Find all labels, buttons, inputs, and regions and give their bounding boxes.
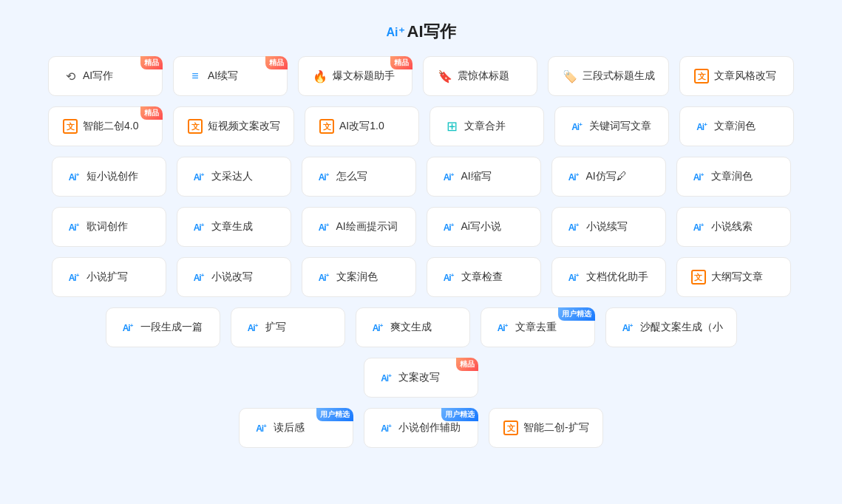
card-article-merge[interactable]: ⊞文章合并 xyxy=(430,106,544,146)
icon-sha-li-copy: Ai+ xyxy=(619,319,636,336)
label-wen-cai: 文采达人 xyxy=(211,170,253,183)
card-short-novel[interactable]: Ai+短小说创作 xyxy=(52,157,166,197)
icon-article-polish2: Ai+ xyxy=(690,168,707,185)
icon-novel-expand: Ai+ xyxy=(66,269,82,285)
icon-one-paragraph: Ai+ xyxy=(120,319,136,336)
grid-row-5: Ai+一段生成一篇Ai+扩写Ai+爽文生成用户精选Ai+文章去重Ai+沙醍文案生… xyxy=(44,307,798,398)
label-article-merge: 文章合并 xyxy=(464,120,506,133)
icon-copy-rewrite: Ai+ xyxy=(378,370,394,386)
card-article-polish2[interactable]: Ai+文章润色 xyxy=(676,157,791,197)
icon-wen-cai: Ai+ xyxy=(191,168,207,185)
label-ai-rewrite: AI改写1.0 xyxy=(339,120,384,133)
card-article-check[interactable]: Ai+文章检查 xyxy=(427,257,541,297)
label-ai-continue: AI续写 xyxy=(208,69,238,83)
card-explosive-title[interactable]: 精品🔥爆文标题助手 xyxy=(298,56,412,96)
icon-outline-article: 文 xyxy=(690,269,707,285)
card-ai-shorten[interactable]: Ai+AI缩写 xyxy=(427,157,541,197)
card-ai-draw-prompt[interactable]: Ai+AI绘画提示词 xyxy=(302,207,416,247)
icon-lyric-create: Ai+ xyxy=(66,219,82,235)
card-article-dedup[interactable]: 用户精选Ai+文章去重 xyxy=(481,307,595,347)
icon-explosive-title: 🔥 xyxy=(312,68,328,84)
icon-smart-create: 文 xyxy=(62,118,78,134)
icon-novel-rewrite: Ai+ xyxy=(191,269,207,285)
badge-copy-rewrite: 精品 xyxy=(456,358,478,371)
label-novel-assist: 小说创作辅助 xyxy=(398,421,461,435)
badge-article-dedup: 用户精选 xyxy=(558,307,595,321)
card-wen-cai[interactable]: Ai+文采达人 xyxy=(177,157,291,197)
grid-row-1: 精品文智能二创4.0文短视频文案改写文AI改写1.0⊞文章合并Ai+关键词写文章… xyxy=(44,106,798,146)
label-ai-draw-prompt: AI绘画提示词 xyxy=(336,220,398,234)
label-article-style: 文章风格改写 xyxy=(714,69,776,83)
card-ai-continue[interactable]: 精品≡AI续写 xyxy=(173,56,288,96)
icon-article-dedup: Ai+ xyxy=(495,319,511,336)
card-ai-rewrite[interactable]: 文AI改写1.0 xyxy=(305,106,419,146)
icon-ai-write-novel: Ai+ xyxy=(441,219,457,235)
title-ai-icon: Ai⁺ xyxy=(387,25,404,39)
label-one-paragraph: 一段生成一篇 xyxy=(140,321,203,334)
icon-ai-imitate: Ai+ xyxy=(566,168,582,185)
icon-keyword-article: Ai+ xyxy=(568,118,585,134)
icon-read-feeling: Ai+ xyxy=(253,420,269,436)
card-article-gen[interactable]: Ai+文章生成 xyxy=(177,207,291,247)
icon-ai-shorten: Ai+ xyxy=(441,168,457,185)
card-ai-imitate[interactable]: Ai+AI仿写🖊 xyxy=(551,157,666,197)
icon-smart-create2: 文 xyxy=(503,420,519,436)
card-lyric-create[interactable]: Ai+歌词创作 xyxy=(52,207,166,247)
label-expand-write: 扩写 xyxy=(265,321,286,334)
label-novel-rewrite: 小说改写 xyxy=(211,270,253,284)
card-smart-create[interactable]: 精品文智能二创4.0 xyxy=(48,106,163,146)
card-short-video[interactable]: 文短视频文案改写 xyxy=(173,106,294,146)
card-keyword-article[interactable]: Ai+关键词写文章 xyxy=(554,106,669,146)
icon-article-gen: Ai+ xyxy=(191,219,207,235)
label-copy-rewrite: 文案改写 xyxy=(398,371,440,384)
icon-ai-draw-prompt: Ai+ xyxy=(316,219,332,235)
card-how-write[interactable]: Ai+怎么写 xyxy=(302,157,416,197)
icon-doc-optimize: Ai+ xyxy=(566,269,582,285)
card-smart-create2[interactable]: 文智能二创-扩写 xyxy=(489,408,603,448)
icon-novel-clues: Ai+ xyxy=(690,219,707,235)
icon-article-style: 文 xyxy=(693,68,710,84)
icon-ai-write: ⟲ xyxy=(62,68,78,84)
label-article-gen: 文章生成 xyxy=(211,220,253,234)
card-expand-write[interactable]: Ai+扩写 xyxy=(231,307,345,347)
icon-novel-assist: Ai+ xyxy=(378,420,394,436)
card-one-paragraph[interactable]: Ai+一段生成一篇 xyxy=(106,307,220,347)
card-novel-assist[interactable]: 用户精选Ai+小说创作辅助 xyxy=(364,408,478,448)
card-read-feeling[interactable]: 用户精选Ai+读后感 xyxy=(239,408,353,448)
label-article-check: 文章检查 xyxy=(461,270,503,284)
label-ai-shorten: AI缩写 xyxy=(461,170,492,183)
card-three-title[interactable]: 🏷️三段式标题生成 xyxy=(548,56,669,96)
label-outline-article: 大纲写文章 xyxy=(711,270,763,284)
card-ai-write[interactable]: 精品⟲AI写作 xyxy=(48,56,163,96)
card-ai-write-novel[interactable]: Ai+Ai写小说 xyxy=(427,207,541,247)
card-爽文-gen[interactable]: Ai+爽文生成 xyxy=(356,307,470,347)
card-shock-title[interactable]: 🔖震惊体标题 xyxy=(423,56,537,96)
grid-row-6: 用户精选Ai+读后感用户精选Ai+小说创作辅助文智能二创-扩写 xyxy=(44,408,798,448)
icon-copy-polish: Ai+ xyxy=(316,269,332,285)
icon-short-novel: Ai+ xyxy=(66,168,82,185)
badge-read-feeling: 用户精选 xyxy=(316,408,353,421)
label-article-polish2: 文章润色 xyxy=(711,170,753,183)
label-lyric-create: 歌词创作 xyxy=(86,220,128,234)
card-copy-rewrite[interactable]: 精品Ai+文案改写 xyxy=(364,358,478,398)
badge-novel-assist: 用户精选 xyxy=(441,408,478,421)
card-novel-continue[interactable]: Ai+小说续写 xyxy=(551,207,666,247)
card-novel-expand[interactable]: Ai+小说扩写 xyxy=(52,257,166,297)
label-novel-expand: 小说扩写 xyxy=(86,270,128,284)
card-novel-clues[interactable]: Ai+小说线索 xyxy=(676,207,791,247)
icon-short-video: 文 xyxy=(187,118,203,134)
badge-explosive-title: 精品 xyxy=(390,56,412,69)
card-copy-polish[interactable]: Ai+文案润色 xyxy=(302,257,416,297)
card-doc-optimize[interactable]: Ai+文档优化助手 xyxy=(551,257,666,297)
card-outline-article[interactable]: 文大纲写文章 xyxy=(676,257,791,297)
label-smart-create: 智能二创4.0 xyxy=(83,120,138,133)
icon-article-polish1: Ai+ xyxy=(693,118,710,134)
card-article-style[interactable]: 文文章风格改写 xyxy=(679,56,794,96)
card-article-polish1[interactable]: Ai+文章润色 xyxy=(679,106,794,146)
label-爽文-gen: 爽文生成 xyxy=(390,321,432,334)
icon-expand-write: Ai+ xyxy=(245,319,261,336)
grid-row-2: Ai+短小说创作Ai+文采达人Ai+怎么写Ai+AI缩写Ai+AI仿写🖊Ai+文… xyxy=(44,157,798,197)
card-sha-li-copy[interactable]: Ai+沙醍文案生成（小 xyxy=(605,307,737,347)
card-novel-rewrite[interactable]: Ai+小说改写 xyxy=(177,257,291,297)
label-how-write: 怎么写 xyxy=(336,170,367,183)
